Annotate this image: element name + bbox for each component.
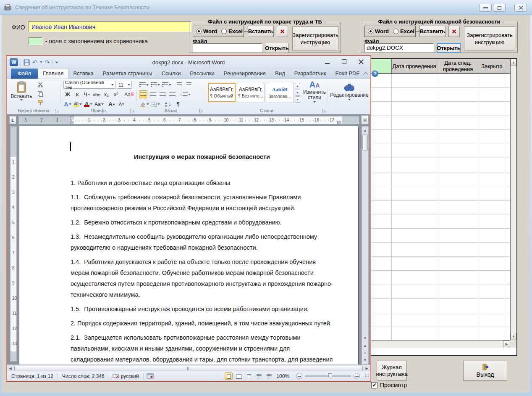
scroll-up-icon[interactable]: ▲ (511, 59, 516, 66)
table-vertical-scrollbar[interactable]: ▲ ▼ (510, 59, 516, 340)
main-titlebar[interactable]: Сведения об инструктажах по Технике Безо… (0, 0, 532, 15)
table-row[interactable] (370, 74, 510, 88)
macro-record-icon[interactable] (147, 373, 154, 379)
cut-icon[interactable] (36, 81, 45, 89)
help-icon[interactable]: ? (372, 70, 378, 77)
radio-excel[interactable]: Excel (221, 28, 243, 34)
table-row[interactable] (370, 327, 510, 340)
file-input[interactable] (193, 43, 262, 52)
highlight-icon[interactable]: ab (73, 100, 82, 108)
show-marks-icon[interactable]: ¶ (174, 100, 182, 108)
tab-insert[interactable]: Вставка (68, 69, 98, 79)
minimize-button[interactable] (479, 4, 492, 12)
undo-dropdown-icon[interactable] (40, 61, 42, 63)
left-indent-marker[interactable] (70, 121, 73, 124)
preview-checkbox-row[interactable]: ✔ Просмотр (371, 382, 407, 388)
format-painter-icon[interactable] (36, 98, 45, 106)
open-button[interactable]: Открыть (265, 43, 289, 53)
table-row[interactable] (370, 186, 510, 201)
delete-file-button[interactable]: × (277, 26, 288, 37)
decrease-indent-icon[interactable] (175, 81, 183, 89)
styles-dialog-launcher-icon[interactable]: ↘ (322, 109, 326, 113)
word-vertical-scrollbar[interactable]: ▲ ▼ ▲ ○ ▼ (362, 126, 369, 364)
table-row[interactable] (370, 172, 510, 187)
register-instruction-button[interactable]: Зарегистрировать инструкцию (292, 26, 338, 50)
word-count[interactable]: Число слов: 2 346 (61, 373, 106, 379)
font-color-icon[interactable]: A (84, 100, 93, 108)
copy-icon[interactable] (36, 90, 45, 98)
strikethrough-icon[interactable]: abe (92, 90, 101, 98)
delete-file-button[interactable]: × (448, 26, 460, 37)
clipboard-dialog-launcher-icon[interactable]: ↘ (55, 109, 59, 113)
editing-button[interactable]: Редактирование (330, 82, 368, 100)
line-spacing-icon[interactable]: ↕ (180, 90, 191, 98)
text-effects-icon[interactable]: A (63, 100, 72, 108)
right-indent-marker[interactable] (337, 121, 341, 124)
table-row[interactable] (370, 88, 510, 102)
bullets-icon[interactable] (139, 81, 149, 89)
restore-button[interactable] (493, 4, 506, 12)
customize-qat-icon[interactable] (55, 61, 58, 64)
table-row[interactable] (370, 271, 510, 285)
radio-excel[interactable]: Excel (393, 28, 414, 34)
register-instruction-button[interactable]: Зарегистрировать инструкцию (464, 26, 515, 50)
word-close-icon[interactable] (358, 58, 364, 65)
zoom-track[interactable] (305, 375, 351, 377)
fio-input[interactable] (29, 21, 191, 32)
full-screen-reading-icon[interactable] (235, 372, 243, 380)
radio-word[interactable]: Word (368, 28, 389, 34)
redo-icon[interactable]: ↷ (45, 59, 50, 65)
tab-home[interactable]: Главная (38, 68, 68, 79)
table-row[interactable] (370, 229, 510, 243)
table-row[interactable] (370, 313, 510, 327)
outline-view-icon[interactable] (255, 372, 263, 380)
briefings-table[interactable]: Дата проведения Дата след. проведения За… (370, 58, 517, 356)
vertical-ruler[interactable]: 12345678910111213 (10, 126, 17, 362)
web-layout-icon[interactable] (245, 372, 253, 380)
align-center-icon[interactable] (149, 90, 157, 98)
paste-button[interactable]: Вставить (10, 80, 33, 111)
zoom-thumb[interactable] (328, 373, 332, 379)
table-row[interactable] (370, 243, 510, 257)
shading-icon[interactable] (139, 100, 149, 108)
word-logo-icon[interactable]: W (10, 58, 18, 66)
tab-file[interactable]: Файл (11, 69, 38, 79)
zoom-in-icon[interactable] (354, 373, 360, 379)
table-row[interactable] (370, 144, 510, 158)
undo-icon[interactable]: ↶ (32, 59, 37, 65)
styles-gallery-scrollbar[interactable]: ▲ ▼ ▼ (295, 83, 300, 103)
style-normal[interactable]: АаБбВвГг,¶ Обычный (208, 83, 236, 102)
file-input[interactable] (364, 43, 434, 52)
spellcheck-icon[interactable] (112, 373, 120, 379)
document-page[interactable]: Инструкция о мерах пожарной безопасности… (19, 126, 358, 364)
journal-button[interactable]: Журнал инструктажа (377, 361, 407, 381)
radio-word[interactable]: Word (196, 28, 217, 34)
insert-button[interactable]: Вставить (419, 26, 446, 37)
change-styles-button[interactable]: AA Изменить стили (301, 82, 328, 103)
style-no-spacing[interactable]: АаБбВвГг,¶ Без инте... (237, 83, 265, 102)
justify-icon[interactable] (168, 90, 176, 98)
zoom-slider[interactable] (296, 373, 360, 379)
draft-view-icon[interactable] (265, 372, 273, 380)
resize-grip[interactable] (364, 374, 369, 378)
tab-references[interactable]: Ссылки (157, 69, 186, 79)
table-row[interactable] (370, 158, 510, 172)
sort-icon[interactable]: АЯ (164, 100, 173, 108)
word-minimize-icon[interactable] (324, 58, 331, 65)
grow-font-icon[interactable]: А▴ (107, 100, 116, 108)
table-body[interactable] (370, 74, 510, 340)
zoom-level[interactable]: 100% (275, 373, 291, 379)
multilevel-list-icon[interactable] (162, 81, 172, 89)
font-dialog-launcher-icon[interactable]: ↘ (131, 109, 135, 113)
table-row[interactable] (370, 201, 510, 215)
table-row[interactable] (370, 116, 510, 130)
insert-button[interactable]: Вставить (248, 26, 274, 37)
superscript-icon[interactable]: x² (112, 90, 120, 98)
ruler-toggle-icon[interactable]: ▤ (361, 115, 369, 124)
print-layout-view-icon[interactable] (225, 372, 233, 380)
borders-icon[interactable] (151, 100, 160, 108)
save-icon[interactable] (24, 59, 30, 66)
word-maximize-icon[interactable] (341, 58, 348, 65)
increase-indent-icon[interactable] (185, 81, 193, 89)
numbering-icon[interactable] (150, 81, 160, 89)
